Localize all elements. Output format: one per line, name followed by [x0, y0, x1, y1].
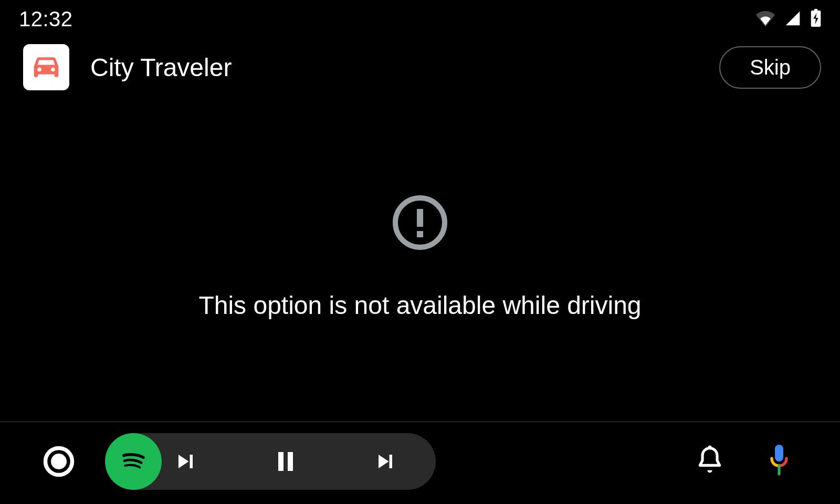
app-header: City Traveler Skip	[0, 38, 840, 102]
previous-track-button[interactable]	[172, 448, 200, 475]
clock: 12:32	[19, 7, 73, 31]
home-button[interactable]	[40, 443, 78, 480]
svg-point-3	[51, 454, 67, 469]
skip-previous-icon	[172, 448, 200, 475]
cellular-icon	[784, 10, 801, 29]
app-brand: City Traveler	[23, 44, 232, 90]
skip-button[interactable]: Skip	[719, 46, 821, 89]
svg-rect-7	[775, 445, 783, 461]
mic-icon	[766, 443, 792, 480]
app-icon[interactable]	[23, 44, 69, 90]
spotify-button[interactable]	[105, 433, 162, 490]
svg-point-6	[708, 446, 712, 449]
svg-rect-1	[814, 9, 817, 11]
battery-charging-icon	[811, 9, 821, 29]
voice-assistant-button[interactable]	[758, 440, 800, 482]
alert-circle-icon	[393, 195, 447, 250]
pause-icon	[273, 447, 298, 476]
next-track-button[interactable]	[372, 448, 399, 475]
main-content: This option is not available while drivi…	[0, 102, 840, 422]
notifications-icon	[695, 444, 724, 479]
status-icons	[756, 9, 821, 29]
exclamation-mark	[417, 209, 423, 237]
bottom-bar	[0, 422, 840, 504]
car-icon	[30, 50, 62, 85]
spotify-icon	[114, 442, 152, 481]
skip-next-icon	[372, 448, 399, 475]
alert-message: This option is not available while drivi…	[198, 291, 641, 320]
home-circle-icon	[43, 446, 75, 477]
screen-root: 12:32	[0, 0, 840, 504]
pause-button[interactable]	[273, 447, 298, 476]
media-cluster	[105, 433, 436, 490]
svg-rect-4	[278, 452, 284, 471]
svg-rect-5	[288, 452, 293, 471]
app-title: City Traveler	[90, 53, 232, 82]
wifi-icon	[756, 11, 775, 29]
status-bar: 12:32	[0, 0, 840, 38]
notifications-button[interactable]	[689, 440, 731, 482]
